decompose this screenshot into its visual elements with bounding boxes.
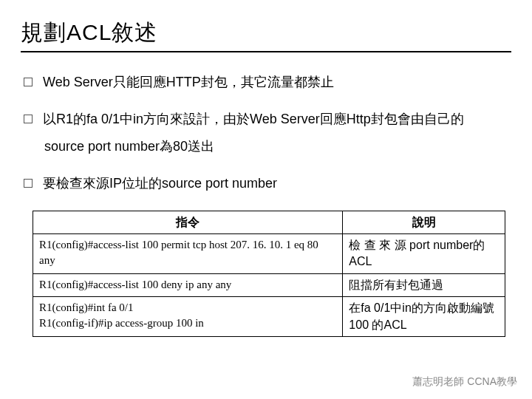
cell-desc: 檢 查 來 源 port number的ACL: [343, 233, 505, 273]
cell-desc: 在fa 0/1中in的方向啟動編號100 的ACL: [343, 297, 505, 337]
bullet-list: Web Server只能回應HTTP封包，其它流量都禁止 以R1的fa 0/1中…: [24, 70, 511, 196]
bullet-text: 要檢查來源IP位址的source port number: [43, 171, 511, 195]
bullet-continuation: source port number為80送出: [44, 134, 511, 158]
slide: 規劃ACL敘述 Web Server只能回應HTTP封包，其它流量都禁止 以R1…: [0, 0, 532, 337]
square-bullet-icon: [24, 115, 33, 123]
bullet-item: Web Server只能回應HTTP封包，其它流量都禁止: [24, 70, 511, 94]
table-row: R1(config)#access-list 100 deny ip any a…: [33, 273, 505, 296]
bullet-text: Web Server只能回應HTTP封包，其它流量都禁止: [43, 70, 511, 94]
square-bullet-icon: [24, 179, 33, 188]
cell-desc: 阻擋所有封包通過: [343, 273, 505, 296]
bullet-item: 以R1的fa 0/1中in方向來設計，由於Web Server回應Http封包會…: [24, 107, 511, 131]
col-header-desc: 說明: [343, 211, 505, 233]
page-title: 規劃ACL敘述: [21, 18, 511, 52]
square-bullet-icon: [24, 78, 33, 86]
col-header-command: 指令: [33, 211, 343, 233]
cell-command: R1(config)#int fa 0/1 R1(config-if)#ip a…: [33, 297, 343, 337]
cell-command: R1(config)#access-list 100 permit tcp ho…: [33, 233, 343, 273]
command-table: 指令 說明 R1(config)#access-list 100 permit …: [33, 211, 505, 337]
table-row: R1(config)#access-list 100 permit tcp ho…: [33, 233, 505, 273]
cell-command: R1(config)#access-list 100 deny ip any a…: [33, 273, 343, 296]
table-row: R1(config)#int fa 0/1 R1(config-if)#ip a…: [33, 297, 505, 337]
table-header-row: 指令 說明: [33, 211, 505, 233]
bullet-item: 要檢查來源IP位址的source port number: [24, 171, 511, 195]
footer-credit: 蕭志明老師 CCNA教學: [412, 375, 517, 389]
bullet-text: 以R1的fa 0/1中in方向來設計，由於Web Server回應Http封包會…: [43, 107, 511, 131]
